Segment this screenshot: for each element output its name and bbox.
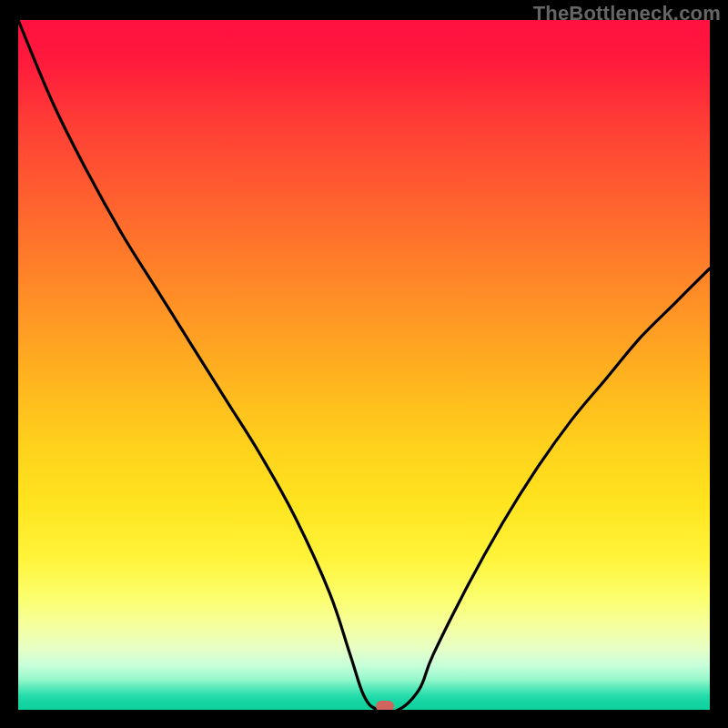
plot-area (18, 20, 710, 710)
curve-svg (18, 20, 710, 710)
watermark-text: TheBottleneck.com (533, 2, 721, 25)
optimal-marker (376, 701, 394, 710)
chart-frame: TheBottleneck.com (0, 0, 728, 728)
bottleneck-curve (18, 20, 710, 710)
